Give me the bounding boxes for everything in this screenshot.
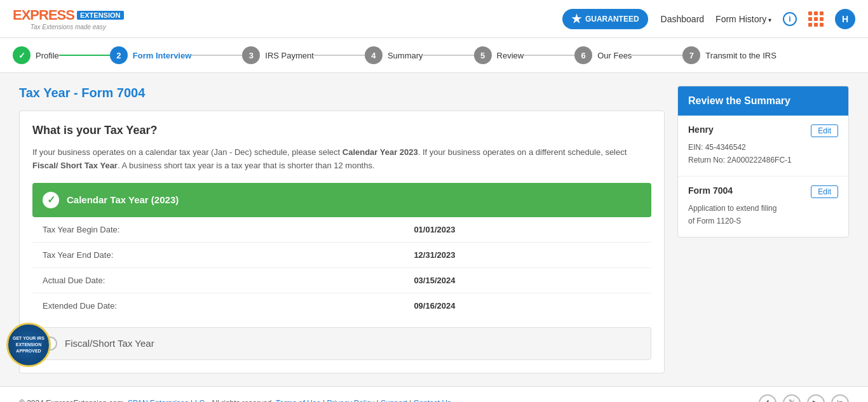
step-label-review: Review	[497, 51, 524, 60]
stamp-line1: GET YOUR IRS	[13, 335, 44, 342]
summary-header: Review the Summary	[678, 86, 848, 116]
social-icons: f 𝕏 ▶ in	[759, 394, 849, 402]
date-value: 09/16/2024	[403, 293, 651, 318]
linkedin-icon[interactable]: in	[831, 394, 849, 402]
connector-1	[59, 55, 110, 56]
footer-links: © 2024 ExpressExtension.com, SPAN Enterp…	[19, 399, 451, 402]
edit-user-button[interactable]: Edit	[811, 124, 838, 137]
fiscal-year-option[interactable]: Fiscal/Short Tax Year	[32, 327, 651, 360]
summary-card: Review the Summary Henry Edit EIN: 45-43…	[677, 86, 849, 238]
terms-link[interactable]: Terms of Use	[276, 399, 321, 402]
footer: © 2024 ExpressExtension.com, SPAN Enterp…	[0, 386, 868, 402]
step-circle-transmit: 7	[682, 46, 700, 64]
footer-copyright: © 2024 ExpressExtension.com,	[19, 399, 126, 402]
step-circle-irs-payment: 3	[242, 46, 260, 64]
logo-tagline: Tax Extensions made easy	[31, 23, 106, 30]
main-card: What is your Tax Year? If your business …	[19, 111, 665, 373]
badge-star-icon: ★	[571, 12, 581, 26]
stamp-badge: GET YOUR IRS EXTENSION APPROVED	[6, 323, 51, 367]
footer-rights: . All rights reserved.	[207, 399, 273, 402]
date-table-row: Extended Due Date:09/16/2024	[32, 293, 651, 318]
calendar-year-option[interactable]: ✓ Calendar Tax Year (2023)	[32, 183, 651, 217]
calendar-year-label: Calendar Tax Year (2023)	[67, 194, 179, 205]
date-value: 03/15/2024	[403, 267, 651, 293]
fiscal-year-label: Fiscal/Short Tax Year	[65, 338, 154, 349]
step-circle-review: 5	[474, 46, 492, 64]
summary-form-name: Form 7004	[688, 185, 733, 196]
date-table: Tax Year Begin Date:01/01/2023Tax Year E…	[32, 217, 651, 318]
main-content: Tax Year - Form 7004 What is your Tax Ye…	[0, 73, 868, 386]
summary-user-name: Henry	[688, 124, 714, 135]
date-table-row: Tax Year Begin Date:01/01/2023	[32, 217, 651, 243]
connector-5	[524, 55, 574, 56]
connector-4	[423, 55, 474, 56]
step-review: 5 Review	[474, 46, 524, 64]
step-transmit: 7 Transmit to the IRS	[682, 46, 776, 64]
date-label: Extended Due Date:	[32, 293, 403, 318]
apps-grid-icon[interactable]	[808, 11, 824, 27]
step-label-irs-payment: IRS Payment	[265, 51, 314, 60]
guaranteed-label: GUARANTEED	[585, 15, 639, 23]
support-link[interactable]: Support	[381, 399, 407, 402]
step-label-summary: Summary	[388, 51, 423, 60]
steps-bar: ✓ Profile 2 Form Interview 3 IRS Payment…	[0, 38, 868, 73]
date-label: Actual Due Date:	[32, 267, 403, 293]
date-label: Tax Year End Date:	[32, 242, 403, 267]
date-table-row: Actual Due Date:03/15/2024	[32, 267, 651, 293]
summary-form-desc2: of Form 1120-S	[688, 215, 838, 227]
youtube-icon[interactable]: ▶	[807, 394, 825, 402]
content-left: Tax Year - Form 7004 What is your Tax Ye…	[19, 86, 665, 373]
header: EXPRESS EXTENSION Tax Extensions made ea…	[0, 0, 868, 38]
connector-3	[314, 55, 365, 56]
span-enterprises-link[interactable]: SPAN Enterprises LLC	[128, 399, 205, 402]
logo-extension: EXTENSION	[77, 11, 124, 20]
connector-2	[191, 55, 242, 56]
facebook-icon[interactable]: f	[759, 394, 776, 402]
dashboard-link[interactable]: Dashboard	[661, 14, 705, 24]
summary-section-form: Form 7004 Edit Application to extend fil…	[678, 177, 848, 237]
step-circle-form-interview: 2	[110, 46, 128, 64]
date-value: 01/01/2023	[403, 217, 651, 243]
connector-6	[632, 55, 682, 56]
step-profile: ✓ Profile	[13, 46, 59, 64]
logo: EXPRESS EXTENSION Tax Extensions made ea…	[13, 7, 124, 30]
content-right: Review the Summary Henry Edit EIN: 45-43…	[677, 86, 849, 373]
step-label-our-fees: Our Fees	[597, 51, 632, 60]
guaranteed-badge: ★ GUARANTEED	[562, 9, 648, 29]
card-title: What is your Tax Year?	[32, 124, 651, 137]
step-circle-our-fees: 6	[574, 46, 592, 64]
step-circle-profile: ✓	[13, 46, 31, 64]
step-our-fees: 6 Our Fees	[574, 46, 632, 64]
user-avatar[interactable]: H	[835, 9, 855, 29]
checkmark-icon: ✓	[43, 192, 59, 208]
logo-express: EXPRESS	[13, 7, 74, 23]
step-summary: 4 Summary	[365, 46, 423, 64]
step-irs-payment: 3 IRS Payment	[242, 46, 314, 64]
contact-link[interactable]: Contact Us	[414, 399, 451, 402]
step-label-profile: Profile	[36, 51, 59, 60]
summary-user-ein: EIN: 45-4346542	[688, 141, 838, 154]
form-history-link[interactable]: Form History	[715, 14, 771, 24]
twitter-icon[interactable]: 𝕏	[783, 394, 801, 402]
step-circle-summary: 4	[365, 46, 383, 64]
date-label: Tax Year Begin Date:	[32, 217, 403, 243]
stamp-line2: EXTENSION	[16, 342, 41, 348]
info-icon[interactable]: i	[783, 12, 797, 26]
edit-form-button[interactable]: Edit	[811, 185, 838, 198]
page-title: Tax Year - Form 7004	[19, 86, 665, 100]
card-description: If your business operates on a calendar …	[32, 146, 651, 173]
step-form-interview: 2 Form Interview	[110, 46, 191, 64]
stamp-line3: APPROVED	[16, 348, 41, 354]
summary-form-desc1: Application to extend filing	[688, 202, 838, 215]
privacy-link[interactable]: Privacy Policy	[327, 399, 374, 402]
date-value: 12/31/2023	[403, 242, 651, 267]
step-label-transmit: Transmit to the IRS	[705, 51, 776, 60]
summary-section-user: Henry Edit EIN: 45-4346542 Return No: 2A…	[678, 116, 848, 177]
summary-return-no: Return No: 2A000222486FC-1	[688, 154, 838, 166]
step-label-form-interview: Form Interview	[133, 51, 191, 60]
date-table-row: Tax Year End Date:12/31/2023	[32, 242, 651, 267]
header-nav: Dashboard Form History i H	[661, 9, 855, 29]
